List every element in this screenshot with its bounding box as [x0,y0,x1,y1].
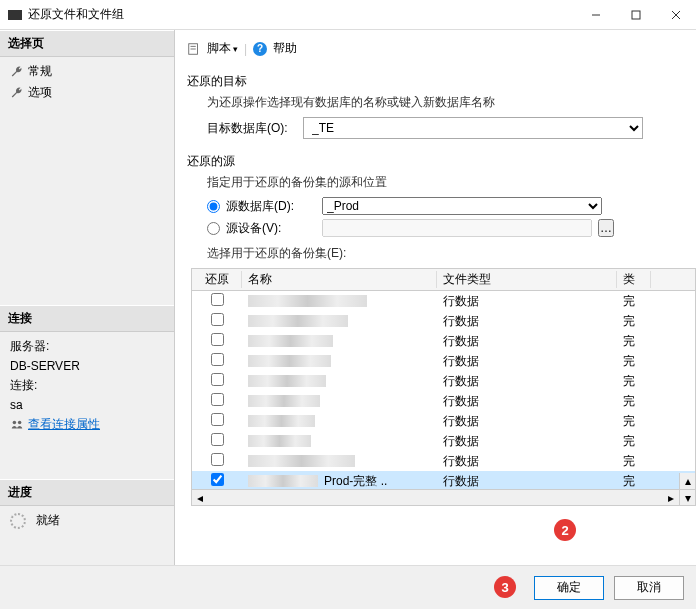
cell-name [242,415,437,427]
sidebar-item-general[interactable]: 常规 [6,61,168,82]
select-page-header: 选择页 [0,30,174,57]
cell-name [242,315,437,327]
dest-db-select[interactable]: _TE [303,117,643,139]
cell-category: 完 [617,293,651,310]
wrench-icon [10,86,24,100]
restore-checkbox[interactable] [211,373,224,386]
restore-checkbox[interactable] [211,453,224,466]
table-row[interactable]: 行数据完 [192,451,695,471]
cancel-button[interactable]: 取消 [614,576,684,600]
table-row[interactable]: 行数据完 [192,311,695,331]
col-category[interactable]: 类 [617,271,651,288]
cell-name: Prod-完整 .. [242,473,437,490]
table-row[interactable]: 行数据完 [192,411,695,431]
ok-button[interactable]: 确定 [534,576,604,600]
scroll-right-button[interactable]: ▸ [663,490,679,506]
cell-type: 行数据 [437,293,617,310]
content: 脚本 | ? 帮助 还原的目标 为还原操作选择现有数据库的名称或键入新数据库名称… [175,30,696,565]
restore-checkbox[interactable] [211,433,224,446]
main: 选择页 常规 选项 连接 服务器: DB-SERVER 连接: sa 查看连接属… [0,30,696,565]
source-db-row: 源数据库(D): _Prod [207,197,696,215]
server-label: 服务器: [6,336,168,357]
restore-checkbox[interactable] [211,313,224,326]
scroll-left-button[interactable]: ◂ [192,490,208,506]
table-row[interactable]: 行数据完 [192,291,695,311]
close-button[interactable] [656,0,696,30]
col-restore[interactable]: 还原 [192,271,242,288]
cell-category: 完 [617,313,651,330]
cell-category: 完 [617,333,651,350]
connection-value: sa [6,396,168,414]
restore-checkbox[interactable] [211,293,224,306]
cell-category: 完 [617,453,651,470]
table-row[interactable]: 行数据完 [192,331,695,351]
connection-body: 服务器: DB-SERVER 连接: sa 查看连接属性 [0,332,174,439]
source-db-select[interactable]: _Prod [322,197,602,215]
cell-name [242,295,437,307]
window-title: 还原文件和文件组 [28,6,576,23]
cell-type: 行数据 [437,413,617,430]
table-row[interactable]: 行数据完 [192,391,695,411]
col-type[interactable]: 文件类型 [437,271,617,288]
connection-label: 连接: [6,375,168,396]
table-row[interactable]: Prod-完整 ..行数据完 [192,471,695,491]
scroll-up-button[interactable]: ▴ [679,473,695,489]
restore-checkbox[interactable] [211,333,224,346]
backup-sets-table: 还原 名称 文件类型 类 行数据完行数据完行数据完行数据完行数据完行数据完行数据… [191,268,696,506]
view-connection-props[interactable]: 查看连接属性 [6,414,168,435]
progress-header: 进度 [0,479,174,506]
dest-title: 还原的目标 [187,73,696,90]
footer: 确定 取消 [0,565,696,609]
progress-status: 就绪 [36,512,60,529]
restore-checkbox[interactable] [211,393,224,406]
browse-device-button[interactable]: … [598,219,614,237]
cell-type: 行数据 [437,393,617,410]
server-value: DB-SERVER [6,357,168,375]
cell-type: 行数据 [437,453,617,470]
source-subtitle: 指定用于还原的备份集的源和位置 [207,174,696,191]
source-db-label: 源数据库(D): [226,198,316,215]
table-row[interactable]: 行数据完 [192,371,695,391]
source-title: 还原的源 [187,153,696,170]
annotation-badge-3: 3 [494,576,516,598]
script-dropdown[interactable]: 脚本 [207,40,238,57]
cell-name [242,455,437,467]
source-db-radio[interactable] [207,200,220,213]
cell-type: 行数据 [437,373,617,390]
sidebar: 选择页 常规 选项 连接 服务器: DB-SERVER 连接: sa 查看连接属… [0,30,175,565]
sidebar-item-options[interactable]: 选项 [6,82,168,103]
script-icon [187,42,201,56]
svg-rect-1 [632,11,640,19]
table-row[interactable]: 行数据完 [192,431,695,451]
source-dev-row: 源设备(V): … [207,219,696,237]
select-page-body: 常规 选项 [0,57,174,107]
cell-type: 行数据 [437,353,617,370]
source-device-input [322,219,592,237]
wrench-icon [10,65,24,79]
cell-category: 完 [617,473,651,490]
restore-checkbox[interactable] [211,473,224,486]
cell-category: 完 [617,393,651,410]
dest-db-row: 目标数据库(O): _TE [207,117,696,139]
cell-name [242,395,437,407]
maximize-button[interactable] [616,0,656,30]
cell-type: 行数据 [437,313,617,330]
titlebar: 还原文件和文件组 [0,0,696,30]
select-sets-label: 选择用于还原的备份集(E): [207,245,696,262]
horizontal-scrollbar[interactable]: ◂ ▸ [192,489,679,505]
view-connection-props-link[interactable]: 查看连接属性 [28,416,100,433]
source-device-radio[interactable] [207,222,220,235]
scroll-down-button[interactable]: ▾ [679,489,695,505]
restore-checkbox[interactable] [211,353,224,366]
table-row[interactable]: 行数据完 [192,351,695,371]
toolbar: 脚本 | ? 帮助 [183,38,696,67]
help-link[interactable]: 帮助 [273,40,297,57]
cell-category: 完 [617,413,651,430]
col-name[interactable]: 名称 [242,271,437,288]
minimize-button[interactable] [576,0,616,30]
table-body: 行数据完行数据完行数据完行数据完行数据完行数据完行数据完行数据完行数据完Prod… [192,291,695,491]
svg-point-4 [13,420,17,424]
restore-checkbox[interactable] [211,413,224,426]
cell-name [242,335,437,347]
app-icon [8,10,22,20]
